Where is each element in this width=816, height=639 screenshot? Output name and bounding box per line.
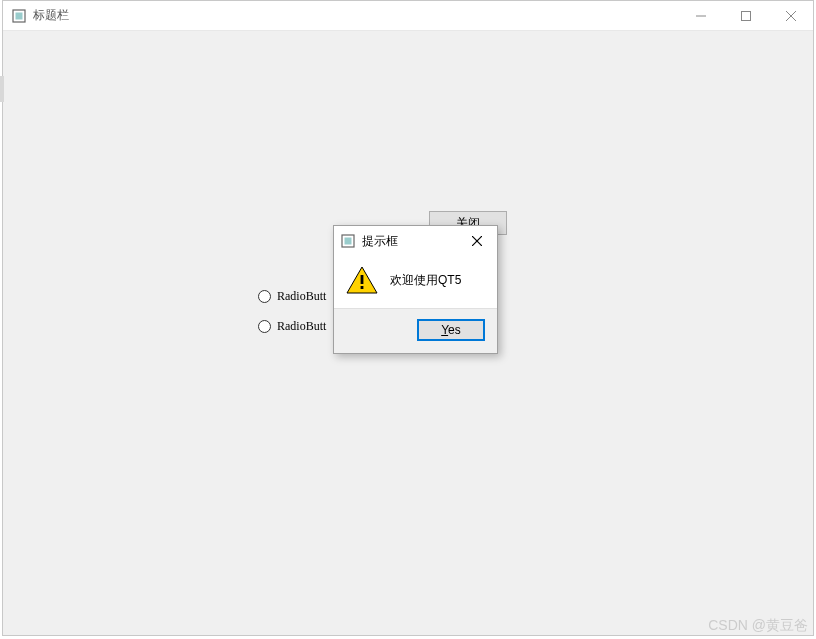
maximize-button[interactable] [723, 1, 768, 31]
radio-label-2: RadioButt [277, 319, 326, 334]
svg-rect-1 [16, 12, 23, 19]
radio-button-2[interactable]: RadioButt [258, 317, 326, 335]
left-strip [0, 76, 4, 102]
dialog-close-button[interactable] [457, 226, 497, 256]
svg-rect-3 [741, 12, 750, 21]
dialog-titlebar[interactable]: 提示框 [334, 226, 497, 256]
watermark: CSDN @黄豆爸 [708, 617, 808, 635]
radio-button-1[interactable]: RadioButt [258, 287, 326, 305]
dialog-app-icon [340, 233, 356, 249]
close-window-button[interactable] [768, 1, 813, 31]
dialog-body: 欢迎使用QT5 [334, 256, 497, 308]
window-controls [678, 1, 813, 31]
radio-circle-icon [258, 320, 271, 333]
minimize-button[interactable] [678, 1, 723, 31]
dialog-message: 欢迎使用QT5 [390, 272, 461, 289]
radio-group: RadioButt RadioButt [258, 287, 326, 347]
svg-rect-12 [361, 286, 364, 289]
dialog-footer: Yes [334, 308, 497, 353]
radio-circle-icon [258, 290, 271, 303]
message-dialog: 提示框 欢迎使用QT5 Yes [333, 225, 498, 354]
warning-icon [346, 266, 378, 294]
window-title: 标题栏 [33, 7, 69, 24]
radio-label-1: RadioButt [277, 289, 326, 304]
svg-rect-11 [361, 275, 364, 284]
svg-rect-7 [345, 238, 352, 245]
dialog-title: 提示框 [362, 233, 398, 250]
titlebar[interactable]: 标题栏 [3, 1, 813, 31]
app-icon [11, 8, 27, 24]
yes-button[interactable]: Yes [417, 319, 485, 341]
